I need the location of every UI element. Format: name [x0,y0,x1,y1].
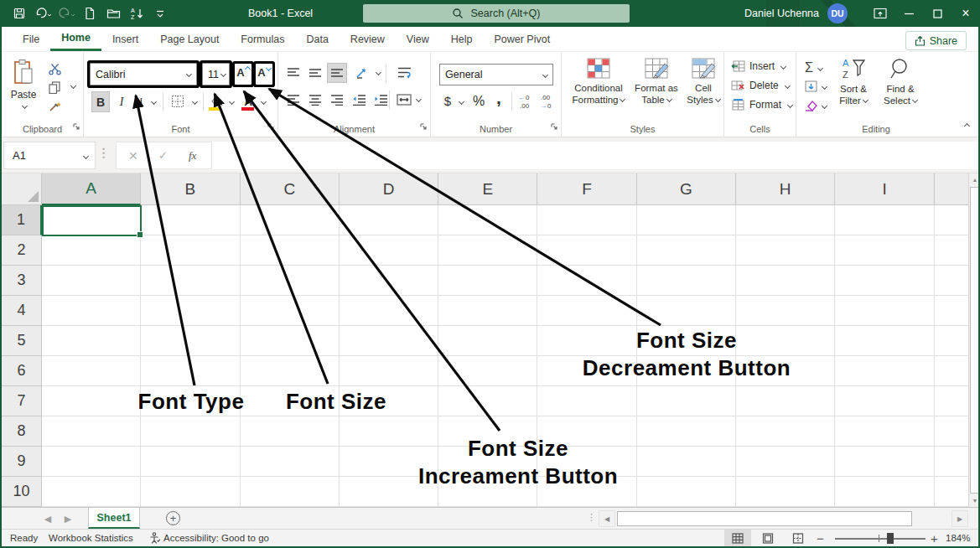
row-header-3[interactable]: 3 [2,266,42,296]
row-header-10[interactable]: 10 [2,477,42,507]
merge-dropdown-icon[interactable] [416,96,422,102]
insert-cells-button[interactable]: Insert [731,60,786,72]
cell-partial-2[interactable] [935,235,968,266]
cell-E7[interactable] [438,386,537,416]
share-button[interactable]: Share [905,31,967,50]
row-header-8[interactable]: 8 [2,416,42,447]
collapse-ribbon-icon[interactable] [964,123,970,129]
font-name-combobox[interactable]: Calibri [90,63,197,85]
borders-icon[interactable] [169,92,187,111]
cell-I8[interactable] [835,416,934,447]
middle-align-icon[interactable] [305,63,325,83]
cell-H8[interactable] [736,416,835,447]
cell-B2[interactable] [141,235,240,266]
number-dialog-launcher-icon[interactable] [550,121,558,133]
tab-file[interactable]: File [12,27,50,51]
font-name-dropdown-icon[interactable] [186,71,192,77]
cell-I4[interactable] [835,296,934,326]
decrease-decimal-icon[interactable]: .00→0 [538,90,558,111]
wrap-text-icon[interactable] [394,62,414,82]
font-size-combobox[interactable]: 11 [202,63,230,85]
center-icon[interactable] [305,90,325,110]
column-header-E[interactable]: E [438,173,537,205]
underline-button[interactable]: U [131,91,146,112]
row-header-7[interactable]: 7 [2,386,42,416]
cell-G9[interactable] [637,447,736,477]
cell-G10[interactable] [637,477,736,507]
cancel-icon[interactable]: ✕ [128,149,138,163]
page-break-view-button[interactable] [785,530,811,547]
cell-I6[interactable] [835,356,934,386]
zoom-in-button[interactable]: + [931,531,938,545]
cell-partial-7[interactable] [935,386,968,416]
cell-G4[interactable] [637,296,736,326]
insert-function-icon[interactable]: fx [189,149,196,163]
new-sheet-button[interactable]: + [166,511,180,525]
cell-D4[interactable] [340,296,438,326]
number-format-dropdown-icon[interactable] [542,71,548,77]
format-painter-icon[interactable] [45,98,64,115]
currency-dropdown-icon[interactable] [459,99,464,105]
decrease-font-size-button[interactable]: A [256,64,272,85]
user-name[interactable]: Daniel Uchenna [744,8,819,19]
zoom-slider-thumb[interactable] [887,533,894,544]
cell-I2[interactable] [835,235,934,266]
cell-C3[interactable] [241,266,340,296]
fill-button[interactable] [805,80,827,92]
sort-filter-button[interactable]: AZ Sort & Filter [832,57,875,106]
user-avatar[interactable]: DU [827,3,848,23]
page-layout-view-button[interactable] [754,530,781,547]
sort-ascending-icon[interactable]: AZ [126,3,148,24]
cell-I10[interactable] [835,477,934,507]
cell-C10[interactable] [241,477,340,507]
cell-B6[interactable] [141,356,240,386]
column-header-C[interactable]: C [241,173,340,205]
redo-icon[interactable] [55,3,77,24]
cell-H10[interactable] [736,477,835,507]
cell-E4[interactable] [438,296,537,326]
cut-icon[interactable] [45,60,64,77]
font-color-dropdown-icon[interactable] [261,99,267,105]
zoom-level[interactable]: 184% [946,533,970,543]
align-left-icon[interactable] [283,90,303,110]
merge-center-icon[interactable] [394,90,414,110]
percent-format-button[interactable]: % [469,90,488,111]
autosum-button[interactable]: Σ [805,60,822,75]
paste-dropdown-icon[interactable] [22,103,28,109]
cell-H3[interactable] [736,266,835,296]
clipboard-dialog-launcher-icon[interactable] [72,121,80,133]
increase-indent-icon[interactable] [371,90,391,110]
column-header-partial[interactable] [935,173,968,205]
cell-I9[interactable] [835,447,934,477]
bottom-align-icon[interactable] [327,63,347,83]
sheet-tab-sheet1[interactable]: Sheet1 [88,508,140,529]
ribbon-display-options-icon[interactable] [866,0,894,27]
save-icon[interactable] [8,3,30,24]
row-header-1[interactable]: 1 [2,205,42,235]
conditional-formatting-button[interactable]: Conditional Formatting [568,57,629,106]
font-size-dropdown-icon[interactable] [220,71,226,77]
name-box[interactable]: A1 [3,142,96,169]
cell-partial-4[interactable] [935,296,968,326]
cell-A4[interactable] [42,296,141,326]
cell-B8[interactable] [141,416,240,447]
cell-A3[interactable] [42,266,141,296]
cell-D6[interactable] [340,356,438,386]
format-as-table-button[interactable]: Format as Table [630,57,682,106]
cell-I3[interactable] [835,266,934,296]
cell-I7[interactable] [835,386,934,416]
cell-E6[interactable] [438,356,537,386]
search-bar[interactable]: Search (Alt+Q) [363,4,630,23]
zoom-out-button[interactable]: − [817,531,824,545]
cell-G7[interactable] [637,386,736,416]
cell-C1[interactable] [241,205,340,235]
normal-view-button[interactable] [724,530,751,547]
undo-icon[interactable] [32,3,54,24]
cell-C8[interactable] [241,416,340,447]
cell-E5[interactable] [438,326,537,356]
vertical-scroll-thumb[interactable] [970,187,979,494]
cell-G3[interactable] [637,266,736,296]
copy-icon[interactable] [45,79,64,96]
cell-F4[interactable] [537,296,636,326]
row-header-4[interactable]: 4 [2,296,42,326]
